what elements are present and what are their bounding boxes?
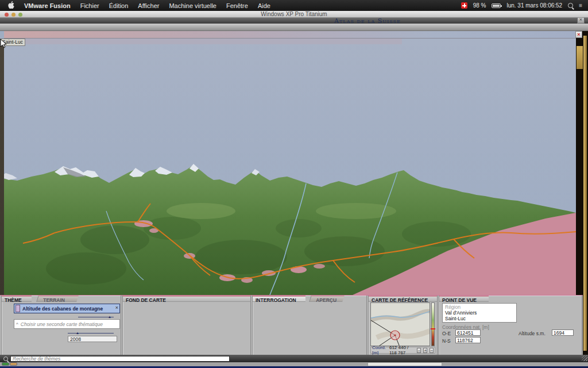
year-field[interactable]: 2008 — [68, 336, 117, 342]
coord-label: Coord. [m] — [372, 345, 387, 355]
map-zoom-out-button[interactable]: − — [430, 348, 434, 353]
tab-terrain[interactable]: TERRAIN — [36, 296, 79, 302]
menubar-item-fen-tre[interactable]: Fenêtre — [226, 2, 248, 9]
altitude-label: Altitude s.m. — [519, 331, 546, 336]
refmap-footer: Coord. [m] 612 440 / 118 767 ▫ + − — [370, 347, 435, 354]
basemap-panel: FOND DE CARTE — [122, 296, 251, 355]
viewpoint-panel: POINT DE VUE Région Val d'Anniviers Sain… — [439, 296, 582, 355]
mouse-cursor — [0, 39, 7, 49]
vm-window-titlebar: Windows XP Pro Titanium — [0, 11, 588, 18]
tab-theme[interactable]: THÈME — [2, 296, 32, 302]
tab-interrogation[interactable]: INTERROGATION — [253, 296, 305, 302]
panorama-terrain-svg — [0, 39, 588, 295]
coord-value: 612 440 / 118 767 — [389, 345, 415, 355]
theme-slider[interactable]: ▲ — [78, 315, 114, 319]
refmap-panel: CARTE DE RÉFÉRENCE Coord. [m] 612 440 / — [368, 296, 438, 355]
menubar-item-machine-virtuelle[interactable]: Machine virtuelle — [169, 2, 216, 9]
refmap-title: CARTE DE RÉFÉRENCE — [369, 296, 437, 302]
slider-thumb[interactable]: ▲ — [76, 331, 79, 335]
viewport-left-border — [0, 39, 4, 295]
battery-icon[interactable] — [492, 3, 501, 8]
menubar-item-vmware-fusion[interactable]: VMware Fusion — [24, 2, 71, 9]
spotlight-search-icon[interactable] — [568, 3, 573, 8]
desktop-edge-highlight — [583, 36, 587, 351]
menubar-item--dition[interactable]: Édition — [109, 2, 129, 9]
menubar-item-afficher[interactable]: Afficher — [138, 2, 159, 9]
slider-thumb[interactable]: ▲ — [108, 315, 111, 319]
second-theme-combo[interactable]: ^ Choisir une seconde carte thématique — [14, 319, 120, 329]
panorama-close-button[interactable]: × — [575, 31, 582, 38]
menubar-item-fichier[interactable]: Fichier — [80, 2, 99, 9]
atlas-mode-toolbar: Atlas de la Suisse × — [0, 18, 588, 24]
selected-theme-label: Altitude des cabanes de montagne — [22, 306, 103, 312]
map-frame-button[interactable]: ▫ — [417, 348, 421, 353]
atlas-menu-toolbar — [0, 24, 588, 31]
interrogation-panel: INTERROGATION APERÇU — [252, 296, 367, 355]
legend-book-icon — [2, 362, 9, 366]
oe-label: O-E — [442, 331, 451, 336]
region-label: Région — [445, 304, 514, 310]
menubar-item-aide[interactable]: Aide — [258, 2, 270, 9]
vm-window-title: Windows XP Pro Titanium — [0, 11, 588, 18]
macos-menubar: VMware FusionFichierÉditionAfficherMachi… — [0, 0, 588, 11]
theme-color-chip — [16, 305, 20, 312]
ns-label: N-S — [442, 338, 451, 344]
ns-input[interactable] — [455, 337, 481, 343]
desktop-edge-block — [577, 46, 583, 69]
year-slider[interactable]: ▲ — [68, 331, 114, 335]
interrogation-stats — [254, 343, 365, 354]
combo-caret-icon[interactable]: ^ — [16, 321, 18, 327]
theme-search-bar — [0, 355, 588, 362]
clipped-overflow-strip — [0, 362, 588, 366]
screen: VMware FusionFichierÉditionAfficherMachi… — [0, 0, 588, 368]
apple-menu-icon[interactable] — [8, 1, 14, 10]
clear-theme-icon[interactable]: × — [115, 305, 118, 310]
menubar-status: 98 % lun. 31 mars 08:06:52 ≡ — [461, 0, 588, 11]
overflow-white-field — [368, 362, 442, 366]
map-zoom-in-button[interactable]: + — [423, 348, 427, 353]
region-line: Saint-Luc — [445, 316, 514, 321]
elevation-color-ramp — [431, 302, 435, 346]
tab-apercu[interactable]: APERÇU — [309, 296, 345, 302]
theme-panel: THÈME TERRAIN Altitude des cabanes de mo… — [1, 296, 121, 355]
altitude-input[interactable] — [552, 329, 574, 336]
bottom-panels: THÈME TERRAIN Altitude des cabanes de mo… — [0, 295, 583, 355]
notification-list-icon[interactable]: ≡ — [579, 0, 582, 11]
region-line: Val d'Anniviers — [445, 310, 514, 316]
combo-placeholder: Choisir une seconde carte thématique — [21, 321, 103, 327]
info-flag-icon — [10, 362, 17, 366]
viewpoint-title: POINT DE VUE — [439, 296, 489, 302]
battery-percent: 98 % — [473, 2, 486, 9]
slider-track — [68, 333, 114, 334]
oe-input[interactable] — [455, 329, 481, 336]
swiss-flag-input-icon[interactable] — [461, 2, 467, 9]
basemap-title: FOND DE CARTE — [123, 296, 250, 302]
menubar-clock[interactable]: lun. 31 mars 08:06:52 — [506, 2, 562, 9]
panorama-viewport[interactable]: Saint-Luc — [0, 39, 588, 295]
theme-search-input[interactable] — [10, 356, 230, 362]
viewpoint-region-box[interactable]: Région Val d'Anniviers Saint-Luc — [442, 303, 517, 323]
selected-theme-field[interactable]: Altitude des cabanes de montagne × — [14, 304, 120, 313]
search-icon — [3, 356, 8, 361]
reference-map[interactable] — [370, 302, 430, 346]
ramp-marker — [431, 328, 435, 329]
menubar-menus: VMware FusionFichierÉditionAfficherMachi… — [0, 1, 270, 10]
compass-bar[interactable] — [4, 31, 576, 39]
reference-map-image — [371, 303, 430, 346]
resize-grip[interactable] — [582, 355, 587, 361]
